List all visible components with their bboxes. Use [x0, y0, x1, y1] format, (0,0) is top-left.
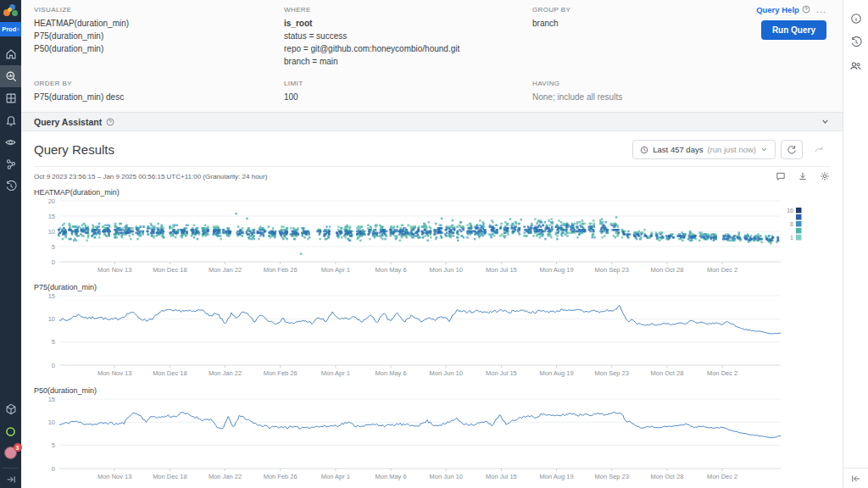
- notification-badge: 3: [14, 443, 22, 452]
- time-range-dropdown[interactable]: Last 457 days (run just now): [632, 140, 776, 159]
- user-avatar[interactable]: 3: [4, 446, 18, 460]
- svg-text:Mon Jun 10: Mon Jun 10: [430, 369, 463, 377]
- rerun-icon: [787, 145, 797, 155]
- date-range-text: Oct 9 2023 23:56:15 – Jan 9 2025 00:56:1…: [34, 173, 267, 180]
- download-button[interactable]: [798, 171, 808, 181]
- where-value: is_root: [284, 17, 532, 30]
- time-range-label: Last 457 days: [653, 145, 703, 154]
- forward-history-button[interactable]: [808, 140, 830, 159]
- svg-text:Mon Jun 10: Mon Jun 10: [430, 473, 463, 480]
- svg-text:Mon Jul 15: Mon Jul 15: [486, 369, 517, 377]
- heatmap-plot[interactable]: 05101520Mon Nov 13Mon Dec 18Mon Jan 22Mo…: [34, 197, 830, 278]
- svg-text:Mon Sep 23: Mon Sep 23: [595, 369, 629, 377]
- svg-text:Mon Oct 28: Mon Oct 28: [651, 473, 684, 480]
- sidebar-item-boards[interactable]: [0, 87, 21, 109]
- sidebar-item-slos[interactable]: [0, 131, 21, 153]
- svg-text:Mon Jan 22: Mon Jan 22: [209, 369, 242, 377]
- download-icon: [798, 171, 808, 181]
- query-history-button[interactable]: [843, 30, 868, 54]
- p75-plot[interactable]: 051015Mon Nov 13Mon Dec 18Mon Jan 22Mon …: [34, 292, 830, 381]
- svg-text:15: 15: [48, 213, 55, 220]
- svg-text:8: 8: [790, 221, 793, 227]
- collapse-panel-icon: [851, 474, 861, 484]
- info-icon: [850, 13, 862, 25]
- order-by-value: P75(duration_min) desc: [34, 91, 284, 103]
- collapse-panel-button[interactable]: [843, 468, 868, 488]
- app-root: Prod›: [0, 0, 868, 488]
- svg-text:Mon Aug 19: Mon Aug 19: [540, 369, 574, 377]
- svg-text:10: 10: [48, 228, 55, 236]
- sidebar-item-alerts[interactable]: [0, 109, 21, 131]
- sidebar-item-query[interactable]: [0, 65, 21, 87]
- rerun-query-button[interactable]: [781, 140, 803, 159]
- comment-icon: [776, 171, 786, 181]
- limit-label: LIMIT: [284, 80, 532, 87]
- team-activity-button[interactable]: [843, 54, 868, 78]
- status-ring-icon[interactable]: [0, 420, 21, 442]
- svg-text:5: 5: [52, 441, 55, 449]
- svg-text:Mon Jan 22: Mon Jan 22: [209, 266, 242, 274]
- chart-title: P75(duration_min): [34, 283, 830, 291]
- details-panel-button[interactable]: [843, 7, 868, 30]
- clock-icon: [640, 146, 648, 154]
- visualize-clause[interactable]: VISUALIZE HEATMAP(duration_min) P75(dura…: [34, 6, 284, 68]
- svg-text:Mon Feb 26: Mon Feb 26: [264, 369, 298, 377]
- sidebar-item-home[interactable]: [0, 43, 21, 65]
- where-clause[interactable]: WHERE is_root status = success repo = gi…: [284, 6, 532, 68]
- having-clause[interactable]: HAVING None; include all results: [532, 80, 830, 103]
- left-sidebar: Prod›: [0, 0, 21, 488]
- environment-label: Prod: [2, 25, 16, 33]
- svg-text:Mon Feb 26: Mon Feb 26: [264, 266, 298, 274]
- help-circle-icon: [802, 5, 810, 14]
- p50-plot[interactable]: 051015Mon Nov 13Mon Dec 18Mon Jan 22Mon …: [34, 396, 830, 485]
- home-icon: [5, 48, 17, 60]
- svg-text:Mon Dec 18: Mon Dec 18: [153, 473, 186, 480]
- history-clock-icon: [5, 180, 17, 192]
- svg-text:Mon Jan 22: Mon Jan 22: [209, 473, 242, 480]
- visualize-value: HEATMAP(duration_min): [34, 17, 284, 30]
- limit-value: 100: [284, 91, 532, 103]
- svg-text:Mon Jun 10: Mon Jun 10: [430, 266, 463, 274]
- more-menu-icon[interactable]: ...: [816, 4, 826, 14]
- order-by-clause[interactable]: ORDER BY P75(duration_min) desc: [34, 80, 284, 103]
- sidebar-item-activity-history[interactable]: [0, 175, 21, 197]
- results-title: Query Results: [34, 142, 114, 157]
- sidebar-item-service-map[interactable]: [0, 153, 21, 175]
- forward-arrow-icon: [814, 145, 824, 155]
- service-map-icon: [5, 158, 17, 170]
- svg-text:Mon Sep 23: Mon Sep 23: [595, 473, 629, 480]
- query-assistant-bar[interactable]: Query Assistant: [21, 112, 843, 131]
- sidebar-item-usage[interactable]: [0, 398, 21, 420]
- comment-button[interactable]: [776, 171, 786, 181]
- limit-clause[interactable]: LIMIT 100: [284, 80, 532, 103]
- visualize-value: P50(duration_min): [34, 42, 284, 55]
- honeycomb-logo[interactable]: [0, 0, 21, 22]
- expand-sidebar-icon: [6, 474, 16, 485]
- svg-text:5: 5: [52, 243, 55, 251]
- chevron-down-icon: [760, 146, 768, 153]
- chevron-down-icon[interactable]: [821, 117, 830, 126]
- query-builder: VISUALIZE HEATMAP(duration_min) P75(dura…: [21, 0, 843, 112]
- query-results-section: Query Results Last 457 days (run just no…: [21, 131, 843, 488]
- having-label: HAVING: [532, 80, 830, 87]
- svg-text:Mon Dec 2: Mon Dec 2: [707, 369, 737, 377]
- environment-selector[interactable]: Prod›: [0, 22, 21, 36]
- run-query-button[interactable]: Run Query: [761, 20, 826, 40]
- order-by-label: ORDER BY: [34, 80, 284, 87]
- where-value: branch = main: [284, 55, 532, 68]
- cube-icon: [5, 403, 17, 415]
- p50-chart: P50(duration_min) 051015Mon Nov 13Mon De…: [34, 386, 830, 485]
- svg-text:Mon Apr 1: Mon Apr 1: [321, 266, 350, 274]
- query-help-label: Query Help: [756, 5, 799, 14]
- visualize-value: P75(duration_min): [34, 30, 284, 42]
- expand-sidebar-button[interactable]: [0, 471, 21, 488]
- svg-text:Mon Aug 19: Mon Aug 19: [540, 266, 574, 274]
- query-help-link[interactable]: Query Help: [756, 5, 810, 14]
- svg-text:10: 10: [48, 419, 55, 426]
- where-value: status = success: [284, 30, 532, 42]
- svg-text:Mon Nov 13: Mon Nov 13: [97, 369, 131, 377]
- svg-text:Mon Apr 1: Mon Apr 1: [321, 473, 350, 480]
- p75-chart: P75(duration_min) 051015Mon Nov 13Mon De…: [34, 283, 830, 381]
- chart-settings-button[interactable]: [820, 171, 830, 181]
- svg-text:1: 1: [790, 235, 793, 241]
